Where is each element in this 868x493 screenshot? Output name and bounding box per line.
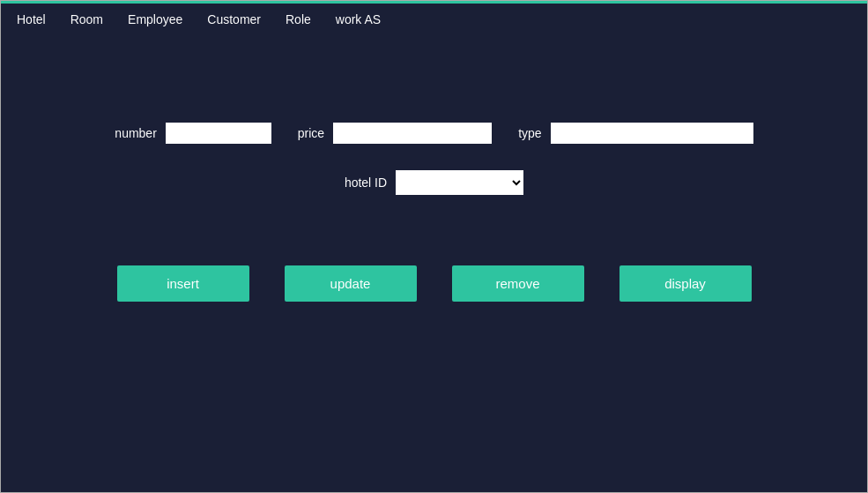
- price-label: price: [298, 126, 324, 140]
- type-field-group: type: [518, 123, 753, 144]
- main-content: number price type hotel ID: [1, 34, 867, 493]
- price-input[interactable]: [333, 123, 492, 144]
- remove-button[interactable]: remove: [452, 265, 584, 302]
- hotel-id-select[interactable]: [396, 170, 523, 195]
- form-row-1: number price type: [1, 123, 867, 144]
- nav-workas[interactable]: work AS: [323, 7, 393, 32]
- app-container: Hotel Room Employee Customer Role work A…: [0, 0, 868, 493]
- form-row-2: hotel ID: [1, 170, 867, 195]
- hotel-id-label: hotel ID: [345, 176, 387, 190]
- button-row: insert update remove display: [117, 265, 752, 302]
- navbar: Hotel Room Employee Customer Role work A…: [1, 1, 867, 34]
- nav-room[interactable]: Room: [58, 7, 115, 32]
- hotel-id-field-group: hotel ID: [345, 170, 523, 195]
- display-button[interactable]: display: [619, 265, 752, 302]
- nav-customer[interactable]: Customer: [195, 7, 273, 32]
- insert-button[interactable]: insert: [117, 265, 249, 302]
- number-field-group: number: [115, 123, 271, 144]
- nav-employee[interactable]: Employee: [115, 7, 195, 32]
- type-input[interactable]: [551, 123, 753, 144]
- nav-role[interactable]: Role: [273, 7, 323, 32]
- number-label: number: [115, 126, 156, 140]
- form-section: number price type hotel ID: [1, 123, 867, 195]
- price-field-group: price: [298, 123, 492, 144]
- update-button[interactable]: update: [285, 265, 417, 302]
- nav-hotel[interactable]: Hotel: [4, 7, 58, 32]
- number-input[interactable]: [166, 123, 271, 144]
- type-label: type: [518, 126, 541, 140]
